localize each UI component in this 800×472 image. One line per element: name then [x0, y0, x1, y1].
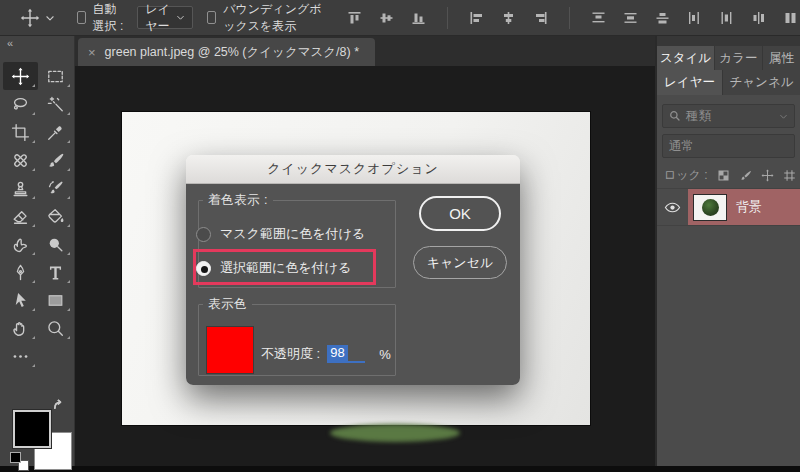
ok-button[interactable]: OK	[419, 196, 501, 231]
default-colors-icon[interactable]	[10, 452, 30, 472]
pen-tool-button[interactable]	[3, 258, 38, 286]
move-tool-button[interactable]	[3, 62, 38, 90]
move-tool-icon	[11, 67, 30, 86]
bounding-box-checkbox[interactable]	[207, 11, 216, 24]
document-tab-title: green plant.jpeg @ 25% (クイックマスク/8) *	[105, 44, 359, 61]
auto-select-toggle[interactable]: 自動選択 :	[77, 1, 125, 35]
align-vertical-centers-button[interactable]	[377, 9, 396, 27]
type-tool-button[interactable]	[38, 258, 73, 286]
lock-image-pixels-icon[interactable]	[739, 169, 752, 182]
close-tab-icon[interactable]: ×	[88, 45, 96, 60]
layer-thumbnail[interactable]	[693, 194, 727, 221]
distribute-bottom-edges-button[interactable]	[653, 9, 672, 27]
chevron-down-icon	[45, 13, 55, 23]
cancel-button[interactable]: キャンセル	[413, 246, 507, 279]
paint-bucket-icon	[46, 207, 65, 226]
collapse-panel-icon[interactable]: «	[0, 36, 74, 52]
radio-masked-areas[interactable]: マスク範囲に色を付ける	[196, 225, 365, 243]
auto-select-mode-value: レイヤー	[145, 1, 176, 35]
distribute-vertical-centers-button[interactable]	[621, 9, 640, 27]
auto-select-checkbox[interactable]	[77, 11, 86, 24]
edit-toolbar-button[interactable]	[3, 342, 38, 370]
chevron-down-icon	[176, 13, 185, 22]
color-indicates-legend: 着色表示 :	[203, 192, 273, 209]
history-brush-tool-button[interactable]	[38, 174, 73, 202]
layer-filter-box[interactable]: 種類	[662, 104, 795, 128]
clone-stamp-tool-button[interactable]	[3, 174, 38, 202]
distribute-top-edges-button[interactable]	[589, 9, 608, 27]
distribute-horizontal-centers-button[interactable]	[717, 9, 736, 27]
tab-layers[interactable]: レイヤー	[657, 70, 722, 95]
align-right-edges-button[interactable]	[531, 9, 550, 27]
lasso-tool-button[interactable]	[3, 90, 38, 118]
distribute-spacing-button[interactable]	[781, 9, 800, 27]
align-top-edges-button[interactable]	[345, 9, 364, 27]
opacity-unit: %	[379, 347, 391, 362]
layer-row-background[interactable]: 背景	[657, 188, 800, 226]
align-left-edges-button[interactable]	[467, 9, 486, 27]
rectangle-shape-icon	[46, 291, 65, 310]
eraser-tool-button[interactable]	[3, 202, 38, 230]
radio-masked-areas-circle[interactable]	[196, 227, 211, 242]
quick-mask-options-dialog: クイックマスクオプション 着色表示 : マスク範囲に色を付ける 選択範囲に色を付…	[186, 155, 520, 385]
path-selection-tool-button[interactable]	[3, 286, 38, 314]
opacity-input[interactable]: 98	[327, 345, 365, 363]
swap-colors-icon[interactable]	[52, 398, 67, 413]
dodge-tool-button[interactable]	[38, 230, 73, 258]
window-bottom-strip	[0, 466, 800, 472]
layer-main[interactable]: 背景	[688, 189, 800, 225]
lock-position-icon[interactable]	[761, 169, 774, 182]
dialog-body: 着色表示 : マスク範囲に色を付ける 選択範囲に色を付ける 表示色 不透明度 :…	[186, 184, 520, 385]
lock-row: ロック :	[664, 167, 796, 184]
eyedropper-icon	[46, 123, 65, 142]
separator	[569, 7, 570, 29]
foreground-color-swatch[interactable]	[13, 410, 51, 448]
quick-selection-tool-button[interactable]	[38, 90, 73, 118]
smudge-tool-button[interactable]	[3, 230, 38, 258]
eyedropper-tool-button[interactable]	[38, 118, 73, 146]
align-bottom-edges-button[interactable]	[409, 9, 428, 27]
rectangle-shape-tool-button[interactable]	[38, 286, 73, 314]
tab-channels[interactable]: チャンネル	[723, 70, 800, 95]
current-tool-button[interactable]	[16, 6, 59, 30]
zoom-tool-button[interactable]	[38, 314, 73, 342]
tab-color[interactable]: カラー	[715, 46, 762, 70]
layer-name: 背景	[736, 198, 762, 216]
healing-brush-tool-button[interactable]	[3, 146, 38, 174]
distribute-left-edges-button[interactable]	[685, 9, 704, 27]
layer-visibility-toggle[interactable]	[657, 189, 688, 225]
type-icon	[46, 263, 65, 282]
lock-label: ロック :	[664, 167, 708, 184]
lock-transparent-pixels-icon[interactable]	[717, 169, 730, 182]
search-icon	[669, 110, 681, 122]
display-color-group: 表示色 不透明度 : 98 %	[198, 296, 396, 376]
tab-styles[interactable]: スタイル	[657, 46, 714, 70]
opacity-value[interactable]: 98	[327, 345, 347, 361]
distribute-right-edges-button[interactable]	[749, 9, 768, 27]
tool-buttons	[3, 62, 73, 370]
lock-artboard-icon[interactable]	[783, 169, 796, 182]
pen-icon	[11, 263, 30, 282]
bounding-box-toggle[interactable]: バウンディングボックスを表示	[207, 1, 331, 35]
crop-tool-button[interactable]	[3, 118, 38, 146]
document-tab-bar: × green plant.jpeg @ 25% (クイックマスク/8) *	[75, 36, 655, 66]
paint-bucket-tool-button[interactable]	[38, 202, 73, 230]
clone-stamp-icon	[11, 179, 30, 198]
eraser-icon	[11, 207, 30, 226]
auto-select-mode-dropdown[interactable]: レイヤー	[137, 6, 193, 29]
hand-tool-button[interactable]	[3, 314, 38, 342]
tab-properties[interactable]: 属性	[763, 46, 800, 70]
overlay-color-swatch[interactable]	[207, 327, 253, 373]
tools-panel: «	[0, 36, 75, 467]
display-color-legend: 表示色	[203, 296, 252, 313]
plant-photo-fragment	[330, 424, 460, 442]
opacity-row: 不透明度 : 98 %	[261, 345, 391, 363]
document-tab[interactable]: × green plant.jpeg @ 25% (クイックマスク/8) *	[78, 38, 375, 66]
blend-mode-dropdown[interactable]: 通常	[662, 134, 795, 158]
photoshop-window: 自動選択 : レイヤー バウンディングボックスを表示	[0, 0, 800, 472]
rectangular-marquee-tool-button[interactable]	[38, 62, 73, 90]
ellipsis-icon	[11, 347, 30, 366]
path-selection-icon	[11, 291, 30, 310]
align-horizontal-centers-button[interactable]	[499, 9, 518, 27]
brush-tool-button[interactable]	[38, 146, 73, 174]
